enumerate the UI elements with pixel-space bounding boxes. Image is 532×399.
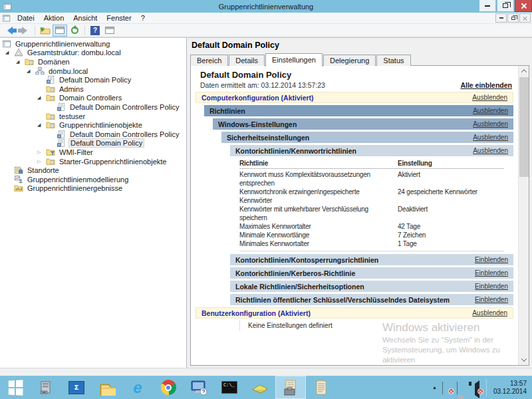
taskbar-file-explorer[interactable] (92, 376, 122, 399)
show-all-link[interactable]: Alle einblenden (460, 81, 512, 89)
hide-link[interactable]: Ausblenden (473, 146, 508, 156)
restore-button[interactable] (497, 0, 514, 12)
scroll-up-button[interactable] (519, 66, 529, 76)
scrollbar-thumb[interactable] (519, 77, 529, 177)
menu-ansicht[interactable]: Ansicht (68, 13, 102, 23)
export-list-button[interactable] (38, 25, 53, 37)
taskbar-computer[interactable] (184, 376, 214, 399)
clock-time: 13:57 (493, 380, 527, 388)
page-title: Default Domain Policy (192, 41, 279, 50)
child-restore-button[interactable] (507, 13, 519, 23)
console-tree-toggle-button[interactable] (53, 25, 67, 37)
table-row: Kennwortchronik erzwingen\ngespeicherte … (239, 188, 504, 205)
table-row: Minimales Kennwortalter 1 Tage (239, 239, 504, 248)
taskbar-cmd[interactable]: C:\_ (214, 376, 245, 399)
hide-link[interactable]: Ausblenden (473, 106, 508, 116)
sites-icon (14, 166, 23, 175)
tab-status[interactable]: Status (376, 55, 410, 66)
hide-link[interactable]: Ausblenden (472, 92, 507, 103)
console-tree-panel: Gruppenrichtlinienverwaltung Gesamtstruk… (0, 37, 187, 368)
tree-item-domain-controllers-ou[interactable]: Domain Controllers (0, 94, 186, 103)
hide-link[interactable]: Ausblenden (473, 119, 508, 130)
envelope-icon (251, 380, 269, 395)
hidden-icons-arrow[interactable]: ▲ (432, 385, 437, 390)
tree-item-gp-modeling[interactable]: Gruppenrichtlinienmodellierung (0, 175, 186, 184)
menu-bar: Datei Aktion Ansicht Fenster ? (0, 13, 532, 24)
section-kerberos-policy: Kontorichtlinien/Kerberos-Richtlinie Ein… (230, 267, 513, 279)
show-link[interactable]: Einblenden (475, 255, 508, 265)
expander-icon[interactable] (27, 68, 35, 74)
show-link[interactable]: Einblenden (475, 295, 508, 305)
tab-delegierung[interactable]: Delegierung (323, 55, 376, 66)
tree-item-default-dc-policy-link[interactable]: Default Domain Controllers Policy (0, 102, 186, 112)
taskbar-chrome[interactable] (153, 376, 184, 399)
tree-item-wmi-filter[interactable]: WMI-Filter (0, 148, 186, 157)
forward-button[interactable] (17, 25, 32, 37)
restore-icon (503, 3, 508, 8)
taskbar-gpmc[interactable] (275, 376, 306, 399)
tree-item-admins-ou[interactable]: Admins (0, 84, 186, 94)
section-policies: Richtlinien Ausblenden (204, 105, 513, 116)
tree-item-default-domain-policy-link[interactable]: Default Domain Policy (0, 75, 186, 84)
taskbar-powershell[interactable]: Σ (61, 376, 92, 399)
expander-icon[interactable] (5, 50, 14, 55)
toolbar-separator (84, 26, 85, 35)
section-local-security: Lokale Richtlinien/Sicherheitsoptionen E… (230, 281, 513, 292)
tree-item-forest[interactable]: Gesamtstruktur: dombu.local (0, 49, 186, 58)
show-link[interactable]: Einblenden (475, 268, 508, 279)
tree-item-domain-dombu[interactable]: dombu.local (0, 66, 186, 76)
audio-muted-icon[interactable] (471, 382, 482, 393)
system-tray: ▲ 13:57 03.12.2014 (432, 376, 532, 399)
hide-link[interactable]: Ausblenden (473, 132, 508, 143)
taskbar-scroll-document[interactable] (306, 376, 336, 399)
back-button[interactable] (3, 25, 17, 37)
table-row: Minimale Kennwortlänge 7 Zeichen (239, 231, 504, 239)
menu-aktion[interactable]: Aktion (39, 13, 69, 23)
show-link[interactable]: Einblenden (475, 281, 508, 292)
tree-item-gpo-container[interactable]: Gruppenrichtlinienobjekte (0, 120, 186, 130)
expander-icon[interactable] (37, 159, 46, 164)
taskbar-internet-explorer[interactable]: e (122, 376, 153, 399)
tree-item-starter-gpos[interactable]: Starter-Gruppenrichtlinienobjekte (0, 157, 186, 166)
tree-item-default-dc-policy[interactable]: Default Domain Controllers Policy (0, 130, 186, 139)
file-explorer-icon (99, 379, 116, 396)
menu-datei[interactable]: Datei (13, 13, 39, 23)
taskbar-clock[interactable]: 13:57 03.12.2014 (493, 380, 527, 396)
taskbar-server-manager[interactable] (31, 376, 61, 399)
hide-link[interactable]: Ausblenden (472, 308, 507, 319)
network-disconnected-icon[interactable] (442, 382, 453, 393)
expander-icon[interactable] (37, 95, 46, 100)
taskbar: Σ e C:\_ (0, 376, 532, 399)
network-share-icon[interactable] (457, 382, 467, 393)
refresh-button[interactable] (67, 25, 82, 37)
settings-report: Default Domain Policy Daten ermittelt am… (190, 65, 529, 366)
start-button[interactable] (0, 376, 31, 399)
expander-icon[interactable] (37, 122, 46, 128)
close-button[interactable] (515, 0, 532, 12)
help-button[interactable] (88, 25, 102, 37)
child-minimize-button[interactable] (495, 13, 507, 23)
tab-bereich[interactable]: Bereich (190, 55, 228, 66)
tree-item-default-domain-policy[interactable]: Default Domain Policy (0, 139, 186, 148)
taskbar-mail[interactable] (245, 376, 275, 399)
gpo-icon (57, 130, 66, 139)
tab-einstellungen[interactable]: Einstellungen (265, 53, 323, 66)
tree-item-gp-results[interactable]: Gruppenrichtlinienergebnisse (0, 184, 186, 194)
gpmc-scroll-toolbox-icon (282, 379, 299, 396)
menu-fenster[interactable]: Fenster (102, 13, 136, 23)
new-window-button[interactable] (102, 25, 117, 37)
tree-item-testuser-ou[interactable]: testuser (0, 112, 186, 121)
expander-icon[interactable] (16, 59, 25, 65)
vertical-scrollbar[interactable] (518, 66, 529, 365)
minimize-icon (499, 17, 503, 19)
minimize-button[interactable] (479, 0, 496, 12)
tree-item-domains[interactable]: Domänen (0, 57, 186, 66)
scroll-down-button[interactable] (519, 354, 529, 365)
expander-icon[interactable] (37, 150, 46, 155)
menu-hilfe[interactable]: ? (136, 13, 150, 23)
tab-details[interactable]: Details (229, 55, 265, 66)
section-lockout-policy: Kontorichtlinien/Kontosperrungsrichtlini… (230, 254, 513, 265)
tree-item-sites[interactable]: Standorte (0, 166, 186, 175)
child-close-button[interactable] (519, 13, 531, 23)
tree-item-gpmc-root[interactable]: Gruppenrichtlinienverwaltung (0, 39, 186, 49)
